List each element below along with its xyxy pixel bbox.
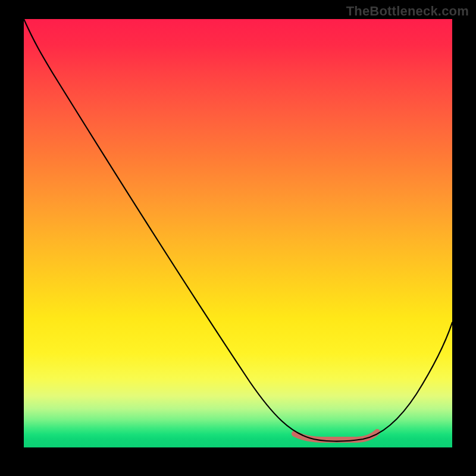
watermark-text: TheBottleneck.com [346,4,469,19]
bottleneck-curve [24,19,452,441]
plot-area [24,19,452,447]
chart-frame: TheBottleneck.com [0,0,476,476]
curve-layer [24,19,452,447]
